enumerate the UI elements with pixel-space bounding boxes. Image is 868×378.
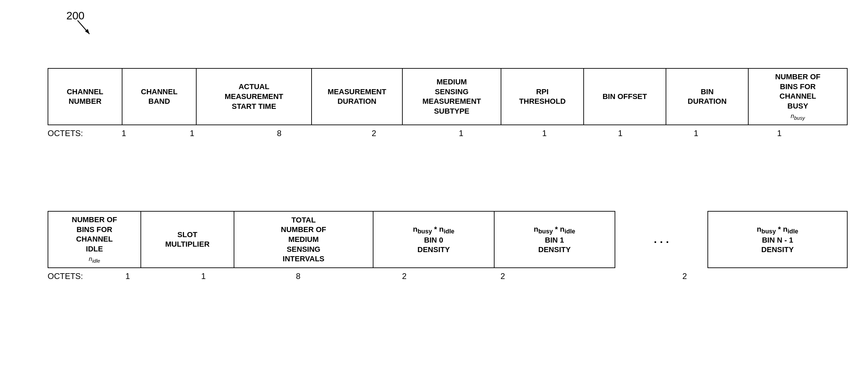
bottom-octet-5: 2 <box>453 272 552 281</box>
bottom-octet-3: 8 <box>241 272 355 281</box>
field-rpi-threshold: RPITHRESHOLD <box>501 68 583 125</box>
bottom-octets-row: OCTETS: 1 1 8 2 2 2 <box>48 272 848 281</box>
field-medium-sensing-measurement-subtype: MEDIUMSENSINGMEASUREMENTSUBTYPE <box>402 68 501 125</box>
field-slot-multiplier: SLOTMULTIPLIER <box>141 211 234 268</box>
top-octet-8: 1 <box>658 129 734 138</box>
ref-arrow <box>74 17 95 37</box>
top-octets-row: OCTETS: 1 1 8 2 1 1 1 1 1 <box>48 129 848 138</box>
field-binN-density: nbusy * nidleBIN N - 1DENSITY <box>708 211 847 268</box>
field-bin-duration: BINDURATION <box>666 68 748 125</box>
field-channel-number: CHANNELNUMBER <box>48 68 122 125</box>
field-bin-offset: BIN OFFSET <box>584 68 666 125</box>
bottom-octet-dots <box>552 272 628 281</box>
top-octet-9: 1 <box>734 129 825 138</box>
field-bin1-density: nbusy * nidleBIN 1DENSITY <box>494 211 615 268</box>
top-octet-6: 1 <box>506 129 582 138</box>
top-octets-label: OCTETS: <box>48 129 83 138</box>
top-table-wrapper: CHANNELNUMBER CHANNELBAND ACTUALMEASUREM… <box>48 68 848 138</box>
top-octet-5: 1 <box>416 129 506 138</box>
top-octet-3: 8 <box>226 129 332 138</box>
field-actual-measurement-start-time: ACTUALMEASUREMENTSTART TIME <box>196 68 312 125</box>
bottom-octet-2: 1 <box>166 272 241 281</box>
field-bin0-density: nbusy * nidleBIN 0DENSITY <box>373 211 494 268</box>
top-octet-2: 1 <box>158 129 227 138</box>
bottom-octet-1: 1 <box>90 272 166 281</box>
bottom-field-table: NUMBER OFBINS FORCHANNELIDLEnidle SLOTMU… <box>48 211 848 268</box>
field-dots: . . . <box>615 211 708 268</box>
field-channel-band: CHANNELBAND <box>122 68 196 125</box>
field-total-number-medium-sensing-intervals: TOTALNUMBER OFMEDIUMSENSINGINTERVALS <box>234 211 373 268</box>
top-octet-7: 1 <box>582 129 658 138</box>
bottom-table-wrapper: NUMBER OFBINS FORCHANNELIDLEnidle SLOTMU… <box>48 211 848 281</box>
bottom-octets-label: OCTETS: <box>48 272 83 281</box>
field-measurement-duration: MEASUREMENTDURATION <box>312 68 402 125</box>
top-octet-4: 2 <box>332 129 416 138</box>
top-field-table: CHANNELNUMBER CHANNELBAND ACTUALMEASUREM… <box>48 68 848 125</box>
bottom-octet-6: 2 <box>628 272 741 281</box>
field-number-bins-channel-idle: NUMBER OFBINS FORCHANNELIDLEnidle <box>48 211 141 268</box>
bottom-octet-4: 2 <box>355 272 454 281</box>
top-octet-1: 1 <box>90 129 158 138</box>
field-number-bins-channel-busy: NUMBER OFBINS FORCHANNELBUSYnbusy <box>748 68 847 125</box>
